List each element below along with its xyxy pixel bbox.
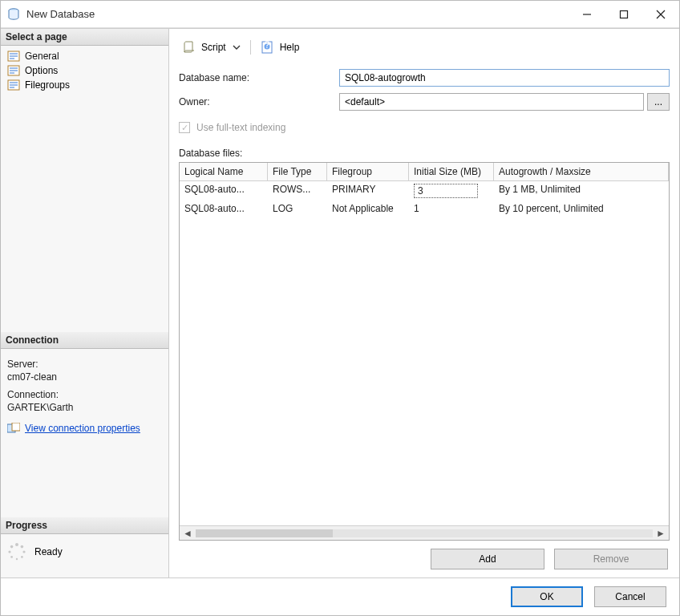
view-connection-properties-link[interactable]: View connection properties: [25, 423, 140, 434]
cell-initial-size[interactable]: 3: [409, 181, 494, 201]
cell-file-type: ROWS...: [268, 181, 327, 201]
database-files-grid[interactable]: Logical Name File Type Filegroup Initial…: [179, 162, 670, 541]
owner-browse-button[interactable]: ...: [647, 93, 670, 111]
titlebar: New Database: [1, 1, 679, 28]
page-label: General: [25, 51, 59, 62]
connection-heading: Connection: [1, 332, 168, 349]
help-button[interactable]: Help: [280, 42, 300, 53]
select-page-heading: Select a page: [1, 29, 168, 46]
fulltext-checkbox: ✓: [179, 122, 190, 133]
fulltext-label: Use full-text indexing: [196, 122, 285, 133]
page-general[interactable]: General: [1, 49, 168, 63]
progress-status: Ready: [34, 546, 63, 557]
scroll-right-icon[interactable]: ►: [656, 528, 666, 539]
page-filegroups[interactable]: Filegroups: [1, 78, 168, 92]
cell-filegroup: PRIMARY: [327, 181, 409, 201]
page-label: Options: [25, 65, 58, 76]
col-initial-size[interactable]: Initial Size (MB): [409, 163, 494, 180]
svg-rect-2: [621, 10, 628, 18]
cell-filegroup: Not Applicable: [327, 201, 409, 217]
svg-point-23: [16, 558, 18, 560]
svg-point-20: [21, 545, 24, 549]
add-button[interactable]: Add: [431, 549, 544, 569]
progress-spinner-icon: [7, 542, 26, 561]
chevron-down-icon[interactable]: [233, 43, 241, 51]
cell-initial-size[interactable]: 1: [409, 201, 494, 217]
page-icon: [7, 79, 20, 91]
svg-rect-18: [12, 423, 20, 431]
database-files-label: Database files:: [179, 148, 670, 159]
toolbar-divider: [250, 40, 251, 55]
col-file-type[interactable]: File Type: [268, 163, 327, 180]
ok-button[interactable]: OK: [511, 586, 583, 607]
toolbar: Script ? Help: [179, 37, 670, 66]
new-database-dialog: New Database Select a page General Optio…: [0, 0, 680, 616]
col-autogrowth[interactable]: Autogrowth / Maxsize: [494, 163, 669, 180]
cell-logical-name: SQL08-auto...: [180, 201, 268, 217]
server-label: Server:: [7, 359, 162, 370]
svg-point-19: [15, 543, 18, 546]
page-icon: [7, 51, 20, 62]
minimize-button[interactable]: [569, 1, 605, 27]
svg-point-24: [10, 556, 13, 558]
scroll-thumb[interactable]: [196, 529, 333, 537]
grid-header: Logical Name File Type Filegroup Initial…: [180, 163, 669, 181]
col-logical-name[interactable]: Logical Name: [180, 163, 268, 180]
window-title: New Database: [26, 8, 569, 20]
script-icon: [182, 40, 196, 55]
svg-point-25: [8, 550, 10, 553]
sidebar: Select a page General Options Filegroups…: [1, 29, 169, 578]
cell-logical-name: SQL08-auto...: [180, 181, 268, 201]
page-options[interactable]: Options: [1, 63, 168, 78]
svg-point-26: [10, 545, 14, 549]
progress-heading: Progress: [1, 517, 168, 534]
col-filegroup[interactable]: Filegroup: [327, 163, 409, 180]
server-value: cm07-clean: [7, 371, 162, 383]
dialog-buttons: OK Cancel: [1, 578, 679, 615]
help-icon: ?: [261, 40, 275, 55]
database-icon: [7, 8, 20, 21]
table-row[interactable]: SQL08-auto...ROWS...PRIMARY3By 1 MB, Unl…: [180, 181, 669, 201]
database-name-input[interactable]: [339, 69, 670, 87]
owner-label: Owner:: [179, 96, 339, 107]
horizontal-scrollbar[interactable]: ◄ ►: [180, 525, 669, 540]
owner-input[interactable]: [339, 93, 644, 111]
initial-size-cell-editing[interactable]: 3: [414, 184, 478, 198]
main-panel: Script ? Help Database name: Owner: ... …: [169, 29, 679, 578]
cell-autogrowth: By 10 percent, Unlimited: [494, 201, 669, 217]
page-label: Filegroups: [25, 79, 70, 91]
table-row[interactable]: SQL08-auto...LOGNot Applicable1By 10 per…: [180, 201, 669, 217]
connection-label: Connection:: [7, 389, 162, 400]
properties-icon: [7, 423, 20, 434]
connection-value: GARTEK\Garth: [7, 402, 162, 413]
script-button[interactable]: Script: [201, 42, 226, 53]
maximize-button[interactable]: [605, 1, 642, 27]
cancel-button[interactable]: Cancel: [594, 586, 666, 607]
svg-text:?: ?: [264, 40, 269, 51]
scroll-left-icon[interactable]: ◄: [183, 528, 192, 539]
close-button[interactable]: [642, 1, 679, 27]
cell-autogrowth: By 1 MB, Unlimited: [494, 181, 669, 201]
svg-point-21: [22, 550, 25, 553]
database-name-label: Database name:: [179, 72, 339, 83]
cell-file-type: LOG: [268, 201, 327, 217]
remove-button: Remove: [554, 549, 668, 569]
page-icon: [7, 65, 20, 76]
svg-point-22: [21, 556, 23, 558]
